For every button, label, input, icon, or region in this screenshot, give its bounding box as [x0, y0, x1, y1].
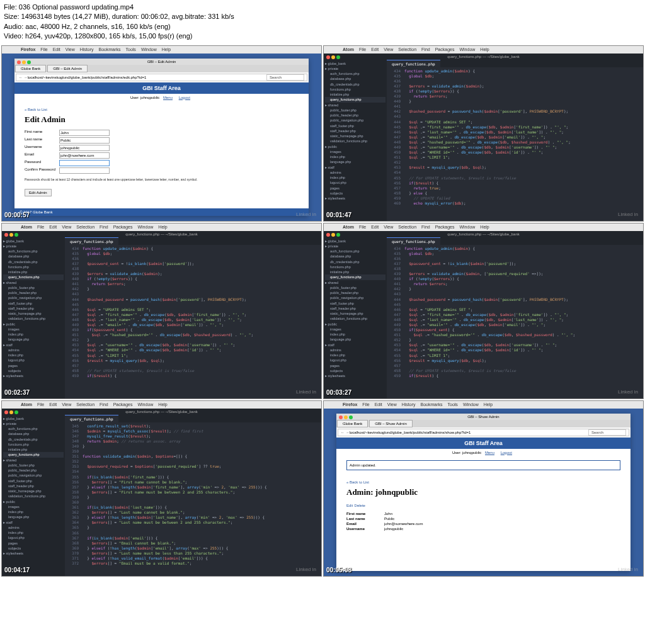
search-box[interactable]: Search	[266, 74, 304, 81]
username-field[interactable]	[59, 145, 110, 151]
page-header: GBI Staff Area	[14, 82, 309, 94]
edit-admin-button[interactable]: Edit Admin	[25, 189, 52, 196]
page-title: Edit Admin	[25, 115, 299, 125]
email-field[interactable]	[59, 152, 110, 159]
thumbnail-2: AtomFileEditViewSelectionFindPackagesWin…	[323, 45, 644, 222]
back-link[interactable]: « Back to List	[346, 480, 369, 484]
back-link[interactable]: « Back to List	[25, 108, 47, 111]
delete-link[interactable]: Delete	[355, 504, 365, 507]
last-name-field[interactable]	[59, 137, 110, 144]
browser-tab[interactable]: Globe Bank	[15, 65, 46, 72]
thumbnail-3: AtomFileEditViewSelectionFindPackagesWin…	[1, 223, 322, 399]
password-field[interactable]	[59, 160, 110, 166]
thumbnail-5: AtomFileEditViewSelectionFindPackagesWin…	[1, 400, 322, 577]
edit-link[interactable]: Edit	[346, 504, 353, 507]
address-bar[interactable]	[350, 431, 588, 434]
thumbnail-4: AtomFileEditViewSelectionFindPackagesWin…	[323, 223, 644, 399]
macos-menubar: FirefoxFileEditViewHistoryBookmarksTools…	[2, 46, 321, 54]
thumbnail-6: FirefoxFileEditViewHistoryBookmarksTools…	[323, 400, 644, 577]
logout-link[interactable]: Logout	[179, 96, 190, 99]
address-bar[interactable]	[28, 76, 266, 79]
file-line: File: 036 Optional password updating.mp4	[4, 3, 641, 12]
size-line: Size: 14963148 bytes (14,27 MiB), durati…	[4, 12, 641, 21]
audio-line: Audio: aac, 48000 Hz, 2 channels, s16, 1…	[4, 22, 641, 31]
confirm-password-field[interactable]	[59, 167, 110, 174]
alert-message: Admin updated.	[346, 460, 620, 470]
browser-tab[interactable]: GBI – Edit Admin	[47, 65, 88, 72]
first-name-field[interactable]	[59, 130, 110, 136]
file-tree[interactable]: ▸ globe_bank▸ privateauth_functions.phpd…	[324, 60, 387, 221]
thumbnail-1: FirefoxFileEditViewHistoryBookmarksTools…	[1, 45, 322, 222]
video-line: Video: h264, yuv420p, 1280x800, 165 kb/s…	[4, 31, 641, 41]
menu-link[interactable]: Menu	[163, 96, 173, 99]
